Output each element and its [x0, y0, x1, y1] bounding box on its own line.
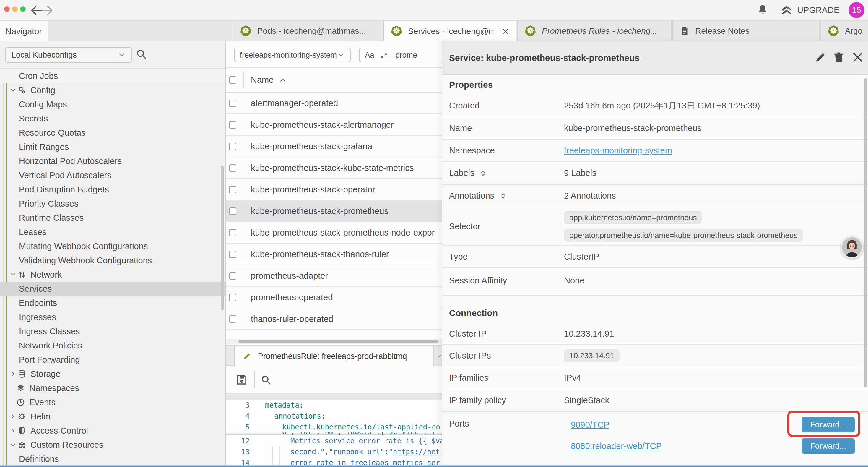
- table-row[interactable]: thanos-ruler-operated: [226, 308, 442, 330]
- sort-ascending-icon[interactable]: [279, 76, 287, 84]
- table-row[interactable]: kube-prometheus-stack-operator: [226, 179, 442, 200]
- kubernetes-icon: [240, 25, 252, 37]
- sidebar-item-mutating-webhook-configurations[interactable]: Mutating Webhook Configurations: [0, 239, 225, 253]
- sidebar-item-pod-disruption-budgets[interactable]: Pod Disruption Budgets: [0, 182, 225, 197]
- table-row[interactable]: kube-prometheus-stack-prometheus-node-ex…: [226, 222, 442, 243]
- drawer-scrollbar[interactable]: [864, 78, 867, 387]
- row-checkbox[interactable]: [229, 207, 236, 215]
- sidebar-scrollbar[interactable]: [221, 166, 224, 310]
- sidebar-item-validating-webhook-configurations[interactable]: Validating Webhook Configurations: [0, 253, 225, 267]
- navigator-panel-tab[interactable]: Navigator: [0, 21, 48, 42]
- sidebar-group-custom-resources[interactable]: Custom Resources: [0, 438, 225, 452]
- row-checkbox[interactable]: [229, 229, 236, 236]
- sidebar-group-storage[interactable]: Storage: [0, 367, 225, 381]
- edit-icon[interactable]: [814, 51, 827, 64]
- user-avatar[interactable]: [840, 236, 863, 259]
- sidebar-item-events[interactable]: Events: [0, 395, 225, 409]
- sidebar-item-network-policies[interactable]: Network Policies: [0, 339, 225, 353]
- editor-tab-prometheusrule[interactable]: PrometheusRule: freeleaps-prod-rabbitmq: [234, 346, 434, 367]
- selector-chip[interactable]: app.kubernetes.io/name=prometheus: [564, 211, 702, 224]
- table-row[interactable]: prometheus-adapter: [226, 265, 442, 287]
- sidebar-item-secrets[interactable]: Secrets: [0, 111, 225, 126]
- scrollbar-thumb[interactable]: [239, 340, 438, 344]
- sidebar-item-priority-classes[interactable]: Priority Classes: [0, 197, 225, 211]
- editor-search-icon[interactable]: [260, 374, 272, 385]
- window-minimize-button[interactable]: [12, 6, 18, 12]
- namespace-filter-value: freeleaps-monitoring-system: [240, 51, 337, 60]
- notifications-bell-icon[interactable]: [756, 4, 769, 16]
- sidebar-search-icon[interactable]: [135, 48, 147, 60]
- port-link-8080[interactable]: 8080:reloader-web/TCP: [571, 441, 662, 451]
- expand-labels-icon[interactable]: [479, 169, 487, 177]
- sidebar-item-namespaces[interactable]: Namespaces: [0, 381, 225, 395]
- port-link-9090[interactable]: 9090/TCP: [571, 420, 610, 430]
- table-row[interactable]: alertmanager-operated: [226, 92, 442, 114]
- expand-annotations-icon[interactable]: [499, 192, 507, 200]
- row-checkbox[interactable]: [229, 251, 236, 258]
- sidebar-item-endpoints[interactable]: Endpoints: [0, 296, 225, 310]
- sidebar-group-network[interactable]: Network: [0, 267, 225, 282]
- cluster-ip-chip[interactable]: 10.233.14.91: [564, 349, 620, 362]
- table-row[interactable]: kube-prometheus-stack-kube-state-metrics: [226, 157, 442, 179]
- close-icon[interactable]: [851, 51, 864, 64]
- table-row-selected[interactable]: kube-prometheus-stack-prometheus: [226, 200, 442, 222]
- notification-count-badge[interactable]: 15: [848, 2, 864, 18]
- tab-services[interactable]: Services - icecheng@math...: [383, 21, 517, 42]
- editor-tab-partial[interactable]: [435, 346, 442, 367]
- sidebar-item-ingresses[interactable]: Ingresses: [0, 310, 225, 324]
- sidebar-item-cron-jobs[interactable]: Cron Jobs: [0, 69, 225, 83]
- row-checkbox[interactable]: [229, 143, 236, 150]
- table-search-input[interactable]: Aa * prome: [359, 48, 447, 62]
- upgrade-button[interactable]: UPGRADE: [780, 3, 839, 17]
- tab-close-icon[interactable]: [502, 28, 509, 35]
- sidebar-item-vertical-pod-autoscalers[interactable]: Vertical Pod Autoscalers: [0, 168, 225, 182]
- row-checkbox[interactable]: [229, 315, 236, 323]
- tab-argo[interactable]: Argo Se: [820, 21, 868, 41]
- sidebar-item-limit-ranges[interactable]: Limit Ranges: [0, 140, 225, 154]
- sidebar-group-config[interactable]: Config: [0, 83, 225, 97]
- tab-release-notes[interactable]: Release Notes: [672, 21, 819, 41]
- column-header-name[interactable]: Name: [251, 75, 274, 85]
- delete-icon[interactable]: [832, 51, 845, 64]
- sidebar-item-horizontal-pod-autoscalers[interactable]: Horizontal Pod Autoscalers: [0, 154, 225, 168]
- table-row[interactable]: kube-prometheus-stack-thanos-ruler: [226, 243, 442, 265]
- sidebar-item-runtime-classes[interactable]: Runtime Classes: [0, 211, 225, 225]
- sidebar-item-resource-quotas[interactable]: Resource Quotas: [0, 126, 225, 140]
- navigator-panel-title: Navigator: [5, 27, 42, 36]
- sidebar-item-leases[interactable]: Leases: [0, 225, 225, 239]
- forward-button-8080[interactable]: Forward...: [802, 438, 855, 454]
- row-checkbox[interactable]: [229, 186, 236, 193]
- forward-arrow-icon[interactable]: [40, 4, 54, 17]
- sidebar-group-helm[interactable]: Helm: [0, 409, 225, 424]
- horizontal-scrollbar[interactable]: [226, 339, 442, 344]
- namespace-link[interactable]: freeleaps-monitoring-system: [564, 146, 672, 155]
- save-icon[interactable]: [236, 374, 248, 386]
- row-checkbox[interactable]: [229, 164, 236, 172]
- row-checkbox[interactable]: [229, 121, 236, 128]
- sidebar-item-ingress-classes[interactable]: Ingress Classes: [0, 324, 225, 339]
- match-case-toggle[interactable]: Aa: [365, 51, 374, 60]
- regex-toggle[interactable]: *: [381, 52, 388, 58]
- sidebar-item-config-maps[interactable]: Config Maps: [0, 97, 225, 111]
- window-zoom-button[interactable]: [20, 6, 26, 12]
- sidebar-group-access-control[interactable]: Access Control: [0, 424, 225, 438]
- row-checkbox[interactable]: [229, 99, 236, 107]
- window-close-button[interactable]: [4, 6, 10, 12]
- sidebar-item-services[interactable]: Services: [0, 282, 225, 296]
- tab-prometheus-rules[interactable]: Prometheus Rules - icecheng...: [517, 21, 672, 41]
- column-divider[interactable]: [243, 72, 244, 88]
- selector-chip[interactable]: operator.prometheus.io/name=kube-prometh…: [564, 229, 803, 242]
- table-row[interactable]: prometheus-operated: [226, 287, 442, 308]
- namespace-filter-dropdown[interactable]: freeleaps-monitoring-system: [234, 48, 351, 62]
- table-row[interactable]: kube-prometheus-stack-grafana: [226, 136, 442, 157]
- namespaces-layers-icon: [16, 384, 25, 392]
- table-row[interactable]: kube-prometheus-stack-alertmanager: [226, 114, 442, 136]
- row-checkbox[interactable]: [229, 272, 236, 280]
- row-checkbox[interactable]: [229, 294, 236, 301]
- select-all-checkbox[interactable]: [229, 76, 236, 84]
- sidebar-item-definitions[interactable]: Definitions: [0, 452, 225, 465]
- yaml-editor[interactable]: 3metadata: 4annotations: 5kubectl.kubern…: [226, 400, 442, 465]
- sidebar-item-port-forwarding[interactable]: Port Forwarding: [0, 353, 225, 367]
- tab-pods[interactable]: Pods - icecheng@mathmas...: [232, 21, 383, 41]
- kubeconfig-selector[interactable]: Local Kubeconfigs: [5, 47, 132, 63]
